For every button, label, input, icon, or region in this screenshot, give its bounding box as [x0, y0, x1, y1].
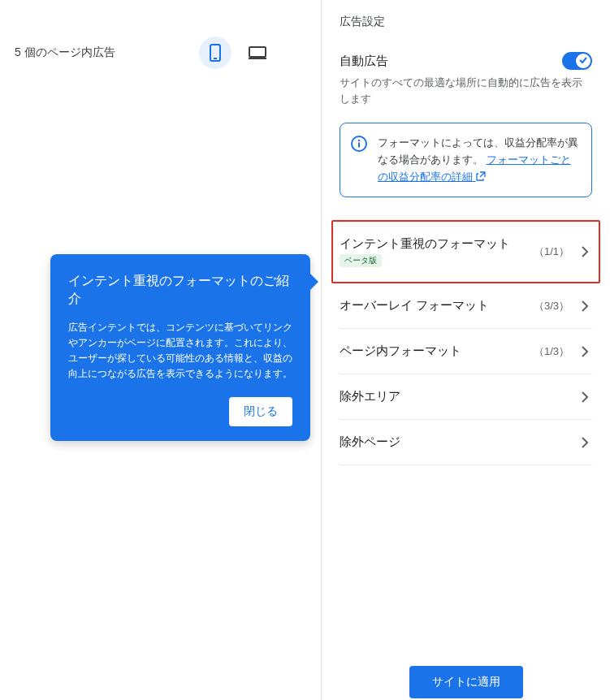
preview-panel: 5 個のページ内広告 インテント重視のフォーマットのご紹介 広告インテントでは、…: [0, 0, 321, 700]
chevron-right-icon: [578, 299, 592, 313]
format-count: （3/3）: [534, 299, 569, 313]
info-icon: [350, 135, 368, 153]
chevron-right-icon: [578, 244, 592, 259]
device-toggle-group: [199, 37, 274, 69]
panel-header: 広告設定: [340, 15, 592, 29]
format-label: オーバーレイ フォーマット: [340, 298, 534, 313]
svg-point-5: [358, 140, 360, 141]
info-box: フォーマットによっては、収益分配率が異なる場合があります。 フォーマットごとの収…: [340, 123, 592, 197]
chevron-right-icon: [578, 344, 592, 359]
intro-tooltip: インテント重視のフォーマットのご紹介 広告インテントでは、コンテンツに基づいてリ…: [50, 254, 310, 441]
format-main: 除外エリア: [340, 389, 578, 404]
format-label: 除外ページ: [340, 434, 578, 450]
settings-panel: 広告設定 自動広告 サイトのすべての最適な場所に自動的に広告を表示します フォー…: [321, 0, 610, 700]
apply-to-site-button[interactable]: サイトに適用: [409, 666, 523, 698]
page-ads-count-label: 5 個のページ内広告: [15, 45, 115, 60]
external-link-icon: [476, 171, 486, 181]
format-list: インテント重視のフォーマットベータ版（1/1）オーバーレイ フォーマット（3/3…: [340, 220, 592, 465]
preview-top-row: 5 個のページ内広告: [0, 0, 321, 69]
auto-ads-row: 自動広告: [340, 52, 592, 70]
check-icon: [578, 55, 588, 65]
format-main: インテント重視のフォーマットベータ版: [340, 236, 534, 267]
chevron-right-icon: [578, 390, 592, 404]
desktop-view-button[interactable]: [241, 37, 274, 69]
phone-icon: [210, 44, 221, 62]
format-count: （1/3）: [534, 344, 569, 359]
beta-badge: ベータ版: [340, 254, 382, 267]
tooltip-close-button[interactable]: 閉じる: [229, 397, 292, 426]
auto-ads-toggle[interactable]: [562, 52, 592, 70]
format-label: インテント重視のフォーマット: [340, 236, 534, 252]
format-row-1[interactable]: オーバーレイ フォーマット（3/3）: [340, 283, 592, 329]
svg-rect-6: [358, 143, 360, 148]
format-row-4[interactable]: 除外ページ: [340, 420, 592, 465]
format-row-3[interactable]: 除外エリア: [340, 374, 592, 420]
format-row-2[interactable]: ページ内フォーマット（1/3）: [340, 329, 592, 374]
desktop-icon: [249, 46, 266, 59]
auto-ads-description: サイトのすべての最適な場所に自動的に広告を表示します: [340, 75, 592, 106]
format-main: ページ内フォーマット: [340, 344, 534, 359]
format-main: 除外ページ: [340, 434, 578, 450]
format-label: ページ内フォーマット: [340, 344, 534, 359]
auto-ads-label: 自動広告: [340, 54, 388, 69]
tooltip-title: インテント重視のフォーマットのご紹介: [68, 272, 292, 309]
format-main: オーバーレイ フォーマット: [340, 298, 534, 313]
tooltip-body: 広告インテントでは、コンテンツに基づいてリンクやアンカーがページに配置されます。…: [68, 320, 292, 382]
format-count: （1/1）: [534, 244, 569, 259]
mobile-view-button[interactable]: [199, 37, 231, 69]
info-text: フォーマットによっては、収益分配率が異なる場合があります。 フォーマットごとの収…: [378, 135, 580, 185]
format-label: 除外エリア: [340, 389, 578, 404]
chevron-right-icon: [578, 435, 592, 450]
svg-rect-2: [249, 47, 266, 57]
format-row-0[interactable]: インテント重視のフォーマットベータ版（1/1）: [331, 220, 600, 283]
